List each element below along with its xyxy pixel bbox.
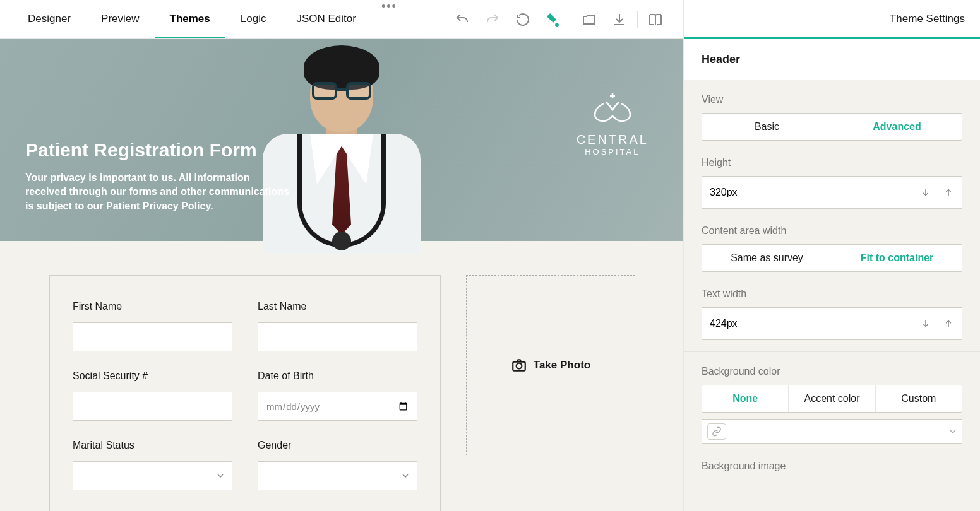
height-label: Height [702, 157, 962, 168]
background-color-toggle: None Accent color Custom [702, 385, 962, 413]
background-image-label: Background image [702, 461, 962, 472]
height-input[interactable] [710, 187, 920, 198]
view-label: View [702, 94, 962, 105]
last-name-label: Last Name [258, 301, 417, 312]
view-basic-option[interactable]: Basic [702, 114, 832, 140]
background-color-label: Background color [702, 366, 962, 377]
tab-more-button[interactable]: ••• [371, 0, 407, 38]
tab-designer[interactable]: Designer [13, 0, 86, 38]
background-color-dropdown[interactable] [702, 419, 962, 444]
svg-point-1 [516, 363, 522, 369]
content-width-fit-option[interactable]: Fit to container [832, 245, 962, 271]
editor-tabs: Designer Preview Themes Logic JSON Edito… [13, 0, 407, 38]
top-toolbar: Designer Preview Themes Logic JSON Edito… [0, 0, 683, 39]
bg-accent-option[interactable]: Accent color [789, 385, 875, 412]
chevron-down-icon [217, 472, 224, 479]
survey-description[interactable]: Your privacy is important to us. All inf… [25, 171, 293, 213]
take-photo-label: Take Photo [534, 359, 590, 372]
height-stepper[interactable] [702, 176, 962, 209]
gender-label: Gender [258, 440, 417, 451]
survey-title[interactable]: Patient Registration Form [25, 139, 293, 161]
tab-preview[interactable]: Preview [86, 0, 154, 38]
content-width-toggle: Same as survey Fit to container [702, 244, 962, 272]
text-width-input[interactable] [710, 318, 920, 329]
bg-none-option[interactable]: None [702, 385, 789, 412]
view-advanced-option[interactable]: Advanced [832, 114, 962, 140]
marital-status-select[interactable] [73, 461, 232, 490]
tab-themes[interactable]: Themes [155, 0, 225, 38]
reset-button[interactable] [508, 4, 538, 35]
gender-select[interactable] [258, 461, 417, 490]
toolbar-actions [447, 4, 671, 35]
undo-button[interactable] [447, 4, 477, 35]
text-width-stepper[interactable] [702, 307, 962, 340]
bg-custom-option[interactable]: Custom [876, 385, 962, 412]
last-name-input[interactable] [258, 322, 417, 351]
chevron-down-icon [949, 428, 957, 435]
hospital-logo: CENTRAL HOSPITAL [577, 90, 648, 156]
tab-logic[interactable]: Logic [225, 0, 282, 38]
marital-status-label: Marital Status [73, 440, 232, 451]
take-photo-panel[interactable]: Take Photo [466, 275, 635, 455]
first-name-input[interactable] [73, 322, 232, 351]
content-width-same-option[interactable]: Same as survey [702, 245, 832, 271]
theme-settings-panel: Theme Settings Header View Basic Advance… [683, 0, 980, 511]
dob-input[interactable] [258, 392, 417, 421]
ssn-label: Social Security # [73, 370, 232, 382]
link-icon [707, 423, 726, 440]
arrow-up-icon[interactable] [943, 187, 954, 198]
survey-header[interactable]: CENTRAL HOSPITAL Patient Registration Fo… [0, 39, 683, 241]
arrow-down-icon[interactable] [920, 318, 931, 329]
arrow-up-icon[interactable] [943, 318, 954, 329]
first-name-label: First Name [73, 301, 232, 312]
redo-button[interactable] [477, 4, 508, 35]
toolbar-divider [571, 11, 571, 28]
logo-text-1: CENTRAL [577, 132, 648, 147]
logo-text-2: HOSPITAL [577, 147, 648, 156]
ssn-input[interactable] [73, 392, 232, 421]
form-panel[interactable]: First Name Last Name Social Security # [49, 275, 441, 511]
toolbar-divider [637, 11, 638, 28]
docs-button[interactable] [640, 4, 671, 35]
download-button[interactable] [604, 4, 635, 35]
theme-paint-button[interactable] [538, 4, 568, 35]
open-button[interactable] [574, 4, 604, 35]
theme-settings-title: Theme Settings [684, 0, 980, 39]
tab-json-editor[interactable]: JSON Editor [281, 0, 371, 38]
header-section-title[interactable]: Header [684, 39, 980, 80]
text-width-label: Text width [702, 288, 962, 300]
chevron-down-icon [402, 472, 409, 479]
content-area-width-label: Content area width [702, 225, 962, 237]
arrow-down-icon[interactable] [920, 187, 931, 198]
dob-label: Date of Birth [258, 370, 417, 382]
view-toggle: Basic Advanced [702, 113, 962, 141]
design-canvas: CENTRAL HOSPITAL Patient Registration Fo… [0, 39, 683, 511]
camera-icon [511, 357, 527, 373]
